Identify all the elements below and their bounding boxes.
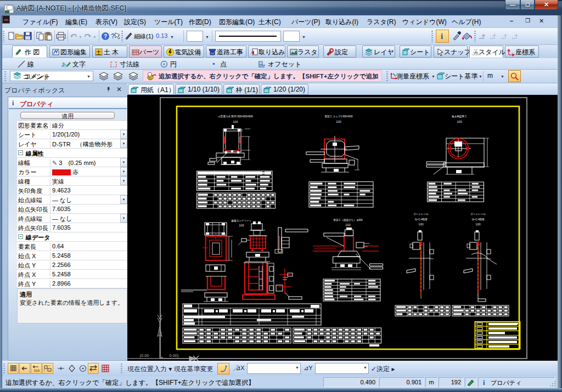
svg-text:0.00): 0.00)	[169, 353, 179, 358]
svg-text:管渠工（現場打ち） φ300: 管渠工（現場打ち） φ300	[333, 218, 363, 222]
svg-text:1/10: 1/10	[346, 224, 351, 226]
svg-text:集水桝設置工: 集水桝設置工	[451, 115, 467, 118]
svg-text:ガードレール: ガードレール	[470, 213, 486, 215]
svg-text:?: ?	[111, 32, 115, 40]
svg-text:小型重力式 BOX 600×600×600: 小型重力式 BOX 600×600×600	[218, 115, 253, 118]
svg-text:Gr-C-4B2B: Gr-C-4B2B	[472, 218, 485, 221]
svg-text:あ: あ	[61, 61, 67, 67]
svg-text:529: 529	[34, 369, 40, 372]
svg-text:土: 土	[95, 49, 102, 55]
svg-text:Gr-C-4B2B: Gr-C-4B2B	[415, 218, 428, 221]
svg-text:管渠工 タイプ1 600×600: 管渠工 タイプ1 600×600	[324, 115, 352, 118]
svg-text:ガードレール: ガードレール	[413, 213, 429, 215]
svg-text:?: ?	[104, 33, 107, 39]
svg-text:1/20: 1/20	[476, 223, 481, 226]
svg-text:A: A	[474, 50, 477, 55]
svg-text:1/20: 1/20	[419, 223, 424, 226]
svg-text:1/20: 1/20	[336, 121, 341, 123]
svg-text:1/20: 1/20	[457, 121, 462, 123]
svg-text:1/20: 1/20	[239, 224, 244, 227]
svg-text:蓋版コンクリート: 蓋版コンクリート	[231, 219, 251, 223]
svg-text:1/10: 1/10	[233, 121, 238, 123]
svg-text:(0.00: (0.00	[139, 353, 149, 358]
